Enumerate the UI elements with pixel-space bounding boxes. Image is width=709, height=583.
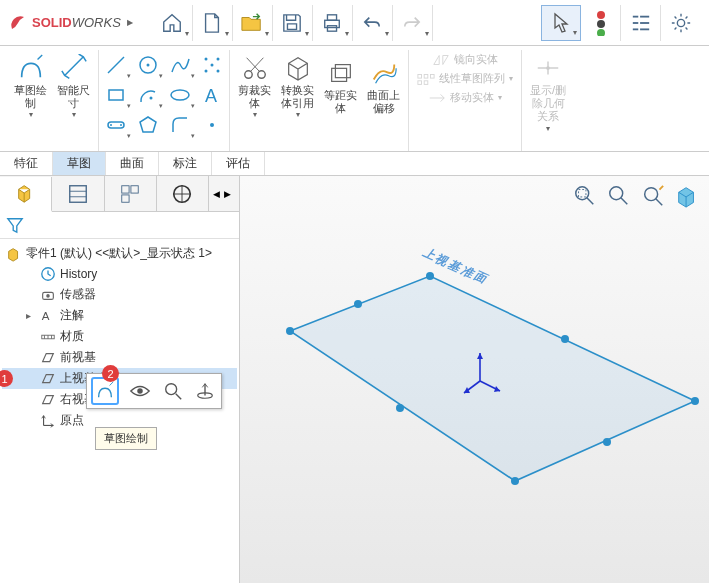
cursor-button[interactable]: ▾ xyxy=(541,5,581,41)
tab-surfaces[interactable]: 曲面 xyxy=(106,152,159,175)
ribbon: 草图绘 制▾ 智能尺 寸▾ ▾ ▾ ▾ ▾ ▾ ▾ A ▾ ▾ xyxy=(0,46,709,152)
ctx-show-icon[interactable] xyxy=(127,381,153,401)
svg-rect-8 xyxy=(632,22,637,24)
context-toolbar: 2 xyxy=(86,373,222,409)
open-button[interactable]: ▾ xyxy=(233,5,273,41)
surface-offset-button[interactable]: 曲面上 偏移 xyxy=(363,55,404,117)
tab-sketch[interactable]: 草图 xyxy=(53,152,106,175)
svg-point-22 xyxy=(150,97,153,100)
svg-point-12 xyxy=(677,19,684,26)
tree-sensors[interactable]: 传感器 xyxy=(2,284,237,305)
new-button[interactable]: ▾ xyxy=(193,5,233,41)
app-logo: SOLIDWORKS ▶ xyxy=(8,13,133,33)
svg-point-77 xyxy=(603,438,611,446)
convert-button[interactable]: 转换实 体引用▾ xyxy=(277,50,318,122)
tree-annotations[interactable]: ▸ A 注解 xyxy=(2,305,237,326)
chevron-down-icon[interactable]: ▶ xyxy=(127,18,133,27)
svg-point-27 xyxy=(120,124,122,126)
offset-button[interactable]: 等距实 体 xyxy=(320,55,361,117)
spline-tool[interactable]: ▾ xyxy=(167,52,193,78)
svg-rect-10 xyxy=(632,28,637,30)
svg-point-73 xyxy=(691,397,699,405)
tree-material[interactable]: 材质 xyxy=(2,326,237,347)
graphics-area[interactable]: 上视基准面 xyxy=(240,176,709,583)
filter-icon[interactable] xyxy=(6,216,24,234)
ctx-normal-to-icon[interactable] xyxy=(193,379,217,403)
command-tabs: 特征 草图 曲面 标注 评估 xyxy=(0,152,709,176)
settings-button[interactable] xyxy=(661,5,701,41)
tree-root[interactable]: 零件1 (默认) <<默认>_显示状态 1> xyxy=(2,243,237,264)
tab-evaluate[interactable]: 评估 xyxy=(212,152,265,175)
home-button[interactable]: ▾ xyxy=(153,5,193,41)
point-tool[interactable] xyxy=(199,112,225,138)
svg-line-33 xyxy=(246,58,259,72)
top-plane-preview xyxy=(240,176,709,583)
slot-tool[interactable]: ▾ xyxy=(103,112,129,138)
tree-front-plane[interactable]: 前视基 xyxy=(2,347,237,368)
svg-rect-49 xyxy=(122,194,129,201)
points-tool[interactable] xyxy=(199,52,225,78)
panel-tab-featuremanager[interactable] xyxy=(0,177,52,212)
title-bar: SOLIDWORKS ▶ ▾ ▾ ▾ ▾ ▾ ▾ ▾ ▾ xyxy=(0,0,709,46)
svg-point-78 xyxy=(396,404,404,412)
svg-marker-28 xyxy=(140,117,156,132)
panel-tab-property[interactable] xyxy=(52,176,104,211)
svg-point-43 xyxy=(546,66,550,70)
fillet-tool[interactable]: ▾ xyxy=(167,112,193,138)
ctx-zoom-icon[interactable] xyxy=(161,379,185,403)
svg-point-4 xyxy=(597,20,605,28)
ctx-sketch-icon[interactable] xyxy=(91,377,119,405)
app-name: SOLIDWORKS xyxy=(32,15,121,30)
polygon-tool[interactable] xyxy=(135,112,161,138)
relations-group: 显示/删 除几何 关系▾ xyxy=(522,50,574,151)
svg-rect-6 xyxy=(632,15,637,17)
arc-tool[interactable]: ▾ xyxy=(135,82,161,108)
svg-point-5 xyxy=(597,29,605,36)
circle-tool[interactable]: ▾ xyxy=(135,52,161,78)
save-button[interactable]: ▾ xyxy=(273,5,313,41)
options-button[interactable] xyxy=(621,5,661,41)
display-relations-button: 显示/删 除几何 关系▾ xyxy=(526,50,570,135)
panel-nav-left[interactable]: ◀ xyxy=(211,187,222,201)
rectangle-tool[interactable]: ▾ xyxy=(103,82,129,108)
svg-rect-40 xyxy=(424,80,428,84)
tab-annotations[interactable]: 标注 xyxy=(159,152,212,175)
svg-point-29 xyxy=(210,123,214,127)
undo-button[interactable]: ▾ xyxy=(353,5,393,41)
rebuild-button[interactable] xyxy=(581,5,621,41)
panel-tab-config[interactable] xyxy=(105,176,157,211)
trim-button[interactable]: 剪裁实 体▾ xyxy=(234,50,275,122)
panel-tab-dimxpert[interactable] xyxy=(157,176,209,211)
smart-dimension-button[interactable]: 智能尺 寸▾ xyxy=(53,50,94,122)
ellipse-tool[interactable]: ▾ xyxy=(167,82,193,108)
print-button[interactable]: ▾ xyxy=(313,5,353,41)
svg-point-19 xyxy=(217,70,220,73)
callout-2: 2 xyxy=(102,365,119,382)
svg-point-75 xyxy=(354,300,362,308)
svg-point-55 xyxy=(46,294,50,298)
panel-tab-strip: ◀ ▶ xyxy=(0,176,239,212)
move-cmd: 移动实体▾ xyxy=(424,88,506,107)
sketch-group: 草图绘 制▾ 智能尺 寸▾ xyxy=(6,50,99,151)
redo-button[interactable]: ▾ xyxy=(393,5,433,41)
svg-point-15 xyxy=(147,64,150,67)
svg-rect-1 xyxy=(328,14,337,19)
feature-tree: 零件1 (默认) <<默认>_显示状态 1> History 传感器 ▸ A 注… xyxy=(0,239,239,583)
svg-rect-48 xyxy=(131,185,138,192)
line-tool[interactable]: ▾ xyxy=(103,52,129,78)
svg-point-76 xyxy=(561,335,569,343)
text-tool[interactable]: A xyxy=(199,82,225,108)
svg-text:A: A xyxy=(205,86,217,106)
svg-text:A: A xyxy=(42,310,50,322)
svg-point-18 xyxy=(205,70,208,73)
tab-features[interactable]: 特征 xyxy=(0,152,53,175)
svg-rect-7 xyxy=(640,15,649,17)
callout-1: 1 xyxy=(0,370,13,387)
svg-rect-39 xyxy=(418,80,422,84)
svg-point-82 xyxy=(137,388,143,394)
svg-point-16 xyxy=(205,58,208,61)
tree-history[interactable]: History xyxy=(2,264,237,284)
linear-pattern-cmd: 线性草图阵列▾ xyxy=(413,69,517,88)
panel-nav-right[interactable]: ▶ xyxy=(222,187,233,201)
sketch-button[interactable]: 草图绘 制▾ xyxy=(10,50,51,122)
